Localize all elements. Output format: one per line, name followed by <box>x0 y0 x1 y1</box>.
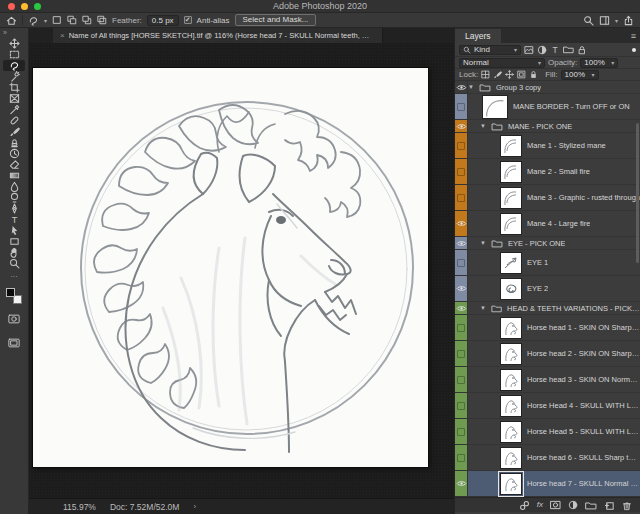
layer-group-row[interactable]: ▼EYE - PICK ONE <box>455 237 640 250</box>
tool-pen[interactable] <box>3 203 25 214</box>
visibility-toggle[interactable] <box>455 81 468 93</box>
visibility-toggle[interactable] <box>455 341 468 366</box>
search-icon[interactable] <box>583 15 594 26</box>
link-icon[interactable] <box>519 500 530 511</box>
layer-row-selected[interactable]: Horse head 7 - SKULL Normal teeth <box>455 471 640 497</box>
share-icon[interactable] <box>623 15 634 26</box>
home-icon[interactable] <box>6 15 17 26</box>
layer-row[interactable]: EYE 2 <box>455 276 640 302</box>
canvas-artboard[interactable] <box>33 68 428 467</box>
layer-thumbnail[interactable] <box>500 187 522 209</box>
quick-mask-icon[interactable] <box>8 310 20 328</box>
visibility-toggle[interactable] <box>455 471 468 496</box>
tool-crop[interactable] <box>3 82 25 93</box>
layer-row[interactable]: Horse head 1 - SKIN ON Sharp teeth.2 <box>455 315 640 341</box>
layer-group-row[interactable]: ▼MANE - PICK ONE <box>455 120 640 133</box>
tool-gradient[interactable] <box>3 170 25 181</box>
tool-preset-chevron[interactable]: ▾ <box>44 17 47 24</box>
intersect-selection-icon[interactable] <box>97 15 107 25</box>
layer-thumbnail[interactable] <box>482 95 508 119</box>
lock-all-icon[interactable] <box>529 70 538 79</box>
delete-layer-icon[interactable] <box>622 500 632 511</box>
toolbar-collapse-icon[interactable]: » <box>3 28 7 38</box>
tool-hand[interactable] <box>3 247 25 258</box>
layer-row[interactable]: Horse head 2 - SKIN ON Sharp teeth <box>455 341 640 367</box>
tool-clone-stamp[interactable] <box>3 137 25 148</box>
layer-thumbnail[interactable] <box>500 213 522 235</box>
tab-layers[interactable]: Layers <box>455 29 501 43</box>
status-options-chevron[interactable]: › <box>193 502 196 511</box>
visibility-toggle[interactable] <box>455 393 468 418</box>
tool-shape[interactable] <box>3 236 25 247</box>
lock-position-icon[interactable] <box>505 70 514 79</box>
tool-path-selection[interactable] <box>3 225 25 236</box>
workspace-switcher-icon[interactable] <box>599 15 610 26</box>
layer-row[interactable]: Horse head 3 - SKIN ON Normal teeth <box>455 367 640 393</box>
visibility-toggle[interactable] <box>455 185 468 210</box>
lock-filter-icon[interactable] <box>577 45 587 55</box>
layer-thumbnail[interactable] <box>500 447 522 469</box>
visibility-toggle[interactable] <box>455 367 468 392</box>
visibility-toggle[interactable] <box>455 315 468 340</box>
lock-transparency-icon[interactable] <box>481 70 490 79</box>
type-layer-icon[interactable]: T <box>550 45 560 55</box>
visibility-toggle[interactable] <box>455 445 468 470</box>
add-selection-icon[interactable] <box>67 15 77 25</box>
layer-thumbnail[interactable] <box>500 395 522 417</box>
layer-row[interactable]: Mane 2 - Small fire <box>455 159 640 185</box>
tool-healing-brush[interactable] <box>3 115 25 126</box>
fill-field[interactable]: 100%▾ <box>561 70 599 80</box>
visibility-toggle[interactable] <box>455 302 468 314</box>
folder-filter-icon[interactable] <box>563 45 574 54</box>
visibility-toggle[interactable] <box>455 211 468 236</box>
tool-dodge[interactable] <box>3 192 25 203</box>
tool-history-brush[interactable] <box>3 148 25 159</box>
pixel-layer-icon[interactable] <box>524 45 534 55</box>
tool-move[interactable] <box>3 38 25 49</box>
tool-zoom[interactable] <box>3 258 25 269</box>
layer-group-row[interactable]: ▼HEAD & TEETH VARIATIONS - PICK ONE <box>455 302 640 315</box>
visibility-toggle[interactable] <box>455 133 468 158</box>
fx-icon[interactable]: fx <box>537 501 543 509</box>
tool-frame[interactable] <box>3 93 25 104</box>
layer-row[interactable]: Horse head 6 - SKULL Sharp teeth <box>455 445 640 471</box>
tool-lasso[interactable] <box>3 60 25 71</box>
canvas-pasteboard[interactable] <box>29 43 454 498</box>
layer-row[interactable]: Horse Head 5 - SKULL WITH LIP Normal tee… <box>455 419 640 445</box>
tool-eyedropper[interactable] <box>3 104 25 115</box>
blend-mode-dropdown[interactable]: Normal▾ <box>459 58 545 68</box>
zoom-level-field[interactable]: 115.97% <box>63 502 96 512</box>
visibility-toggle[interactable] <box>455 94 468 119</box>
layer-group-row[interactable]: ▼Group 3 copy <box>455 81 640 94</box>
tool-blur[interactable] <box>3 181 25 192</box>
layer-thumbnail[interactable] <box>500 135 522 157</box>
opacity-field[interactable]: 100%▾ <box>580 58 618 68</box>
adjustment-layer-icon[interactable] <box>537 45 547 55</box>
layer-thumbnail[interactable] <box>500 473 522 495</box>
layer-thumbnail[interactable] <box>500 278 522 300</box>
visibility-toggle[interactable] <box>455 250 468 275</box>
workspace-chevron[interactable]: ▾ <box>615 17 618 24</box>
lasso-tool-icon[interactable] <box>28 15 39 26</box>
layer-row[interactable]: Horse Head 4 - SKULL WITH LIP Sharp teet… <box>455 393 640 419</box>
document-tab[interactable]: × Name of All things [HORSE SKETCH].tif … <box>53 28 383 43</box>
new-layer-icon[interactable] <box>604 500 615 511</box>
layer-thumbnail[interactable] <box>500 369 522 391</box>
tool-type[interactable]: T <box>3 214 25 225</box>
layer-thumbnail[interactable] <box>500 317 522 339</box>
select-and-mask-button[interactable]: Select and Mask... <box>235 14 317 26</box>
tool-eraser[interactable] <box>3 159 25 170</box>
new-group-icon[interactable] <box>585 501 597 510</box>
subtract-selection-icon[interactable] <box>82 15 92 25</box>
layer-row[interactable]: Mane 4 - Large fire <box>455 211 640 237</box>
layer-thumbnail[interactable] <box>500 252 522 274</box>
layer-row[interactable]: Mane 1 - Stylized mane <box>455 133 640 159</box>
adjustment-icon[interactable] <box>568 500 578 510</box>
visibility-toggle[interactable] <box>455 120 468 132</box>
foreground-color-swatch[interactable] <box>6 288 15 297</box>
layer-thumbnail[interactable] <box>500 421 522 443</box>
feather-input[interactable]: 0.5 px <box>147 15 179 26</box>
toolbar-more-icon[interactable]: ··· <box>11 273 18 282</box>
color-swatches[interactable] <box>6 288 22 304</box>
tab-close-icon[interactable]: × <box>60 31 65 40</box>
